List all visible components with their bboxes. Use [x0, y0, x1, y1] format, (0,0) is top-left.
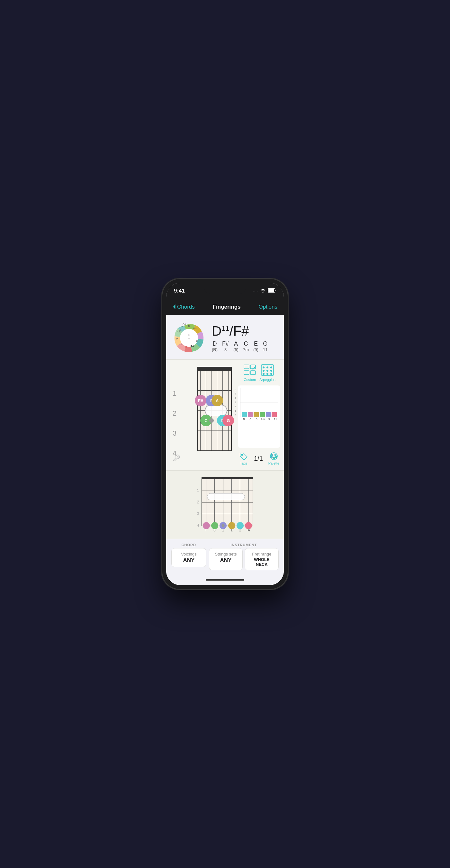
chord-info: D Eb E F F# G Ab A A# B C C# D m [166, 315, 284, 360]
svg-point-34 [275, 454, 276, 456]
svg-text:F: F [196, 340, 198, 343]
svg-point-23 [266, 367, 268, 368]
svg-text:G: G [185, 346, 187, 349]
svg-point-36 [275, 457, 277, 458]
nav-bar: Chords Fingerings Options [166, 299, 284, 315]
custom-button[interactable]: Custom [243, 364, 257, 381]
fret-range-button[interactable]: Fret range WHOLE NECK [245, 548, 279, 570]
back-label: Chords [177, 304, 195, 310]
svg-text:m: m [188, 338, 190, 341]
svg-rect-20 [250, 371, 256, 374]
bar-9 [266, 412, 271, 416]
svg-rect-1 [268, 289, 274, 292]
svg-point-35 [273, 458, 275, 459]
chord-section: CHORD Voicings ANY [171, 543, 206, 570]
custom-label: Custom [244, 378, 256, 381]
status-time: 9:41 [174, 288, 185, 294]
mini-a [228, 522, 235, 529]
guitar-neck: F# E A C D G [197, 367, 232, 451]
instrument-section: INSTRUMENT Strings sets ANY Fret range W… [209, 543, 279, 570]
svg-rect-19 [244, 371, 249, 374]
mute-dot [209, 418, 214, 423]
arpeggios-label: Arpeggios [259, 378, 276, 381]
tags-palette-row: Tags 1/1 Palette [238, 451, 280, 466]
guitar-diagram[interactable]: 1 2 3 4 [170, 364, 235, 466]
home-indicator [166, 574, 284, 585]
notch [204, 283, 246, 294]
mini-fsharp [203, 522, 210, 529]
bar-3 [248, 412, 253, 416]
bottom-controls: CHORD Voicings ANY INSTRUMENT Strings se… [166, 539, 284, 574]
svg-text:Ab: Ab [179, 343, 182, 346]
wrench-icon[interactable] [172, 454, 180, 463]
chord-name: D11/F# [212, 324, 279, 339]
svg-rect-17 [244, 365, 249, 369]
svg-text:E: E [197, 333, 199, 336]
svg-text:D: D [188, 333, 190, 337]
mini-c [211, 522, 218, 529]
nav-title: Fingerings [213, 304, 241, 310]
svg-point-31 [242, 454, 243, 456]
bar-7m [260, 412, 265, 416]
mini-neck: T 3 1 1 2 4 [201, 477, 253, 532]
status-icons: ···· [253, 288, 276, 294]
battery-icon [268, 288, 276, 294]
finger-g: G [222, 415, 234, 426]
svg-text:D: D [188, 325, 190, 328]
bar-11 [271, 412, 277, 416]
mini-diagram: 1 2 3 4 [197, 477, 253, 532]
svg-text:C: C [179, 328, 181, 332]
svg-point-24 [270, 367, 272, 368]
svg-point-22 [263, 367, 264, 368]
svg-text:C#: C# [183, 323, 186, 326]
finger-fsharp: F# [195, 395, 206, 406]
svg-point-28 [263, 373, 264, 375]
bar-R [242, 412, 247, 416]
bar-chart: 6 5 4 3 2 1 0 [238, 385, 280, 448]
mini-mute [222, 524, 225, 527]
svg-point-33 [271, 454, 273, 456]
mini-section: 1 2 3 4 [166, 471, 284, 539]
instrument-section-label: INSTRUMENT [209, 543, 279, 547]
icon-buttons: Custom [238, 364, 280, 381]
options-button[interactable]: Options [258, 304, 278, 310]
svg-point-25 [263, 370, 264, 372]
svg-text:A: A [176, 337, 178, 340]
right-panel: Custom [238, 364, 280, 466]
svg-point-37 [271, 457, 272, 458]
svg-point-29 [266, 373, 268, 375]
mini-fret-labels: 1 2 3 4 [197, 477, 199, 531]
signal-icon: ···· [253, 289, 258, 293]
wifi-icon [260, 288, 266, 294]
controls-layout: CHORD Voicings ANY INSTRUMENT Strings se… [171, 543, 279, 570]
svg-text:Eb: Eb [193, 327, 196, 330]
tags-button[interactable]: Tags [239, 452, 249, 465]
chord-notes: D (R) F# 3 A (5) C 7m [212, 340, 279, 352]
status-bar: 9:41 ···· [166, 283, 284, 299]
mini-d [236, 522, 244, 529]
circle-of-fifths[interactable]: D Eb E F F# G Ab A A# B C C# D m [171, 320, 207, 355]
fret-numbers: 1 2 3 4 [172, 383, 176, 463]
chord-section-label: CHORD [171, 543, 206, 547]
svg-point-26 [266, 370, 268, 372]
strings-sets-button[interactable]: Strings sets ANY [209, 548, 243, 570]
page-indicator: 1/1 [254, 455, 263, 462]
home-bar [206, 579, 244, 581]
finger-a: A [212, 395, 223, 406]
svg-point-27 [270, 370, 272, 372]
arpeggios-button[interactable]: Arpeggios [259, 364, 276, 381]
back-button[interactable]: Chords [172, 304, 195, 310]
mini-finger-labels: T 3 1 1 2 4 [201, 528, 253, 532]
svg-point-30 [270, 373, 272, 375]
palette-button[interactable]: Palette [268, 452, 279, 465]
svg-text:F#: F# [191, 345, 194, 348]
voicings-button[interactable]: Voicings ANY [171, 548, 206, 567]
fingering-section: 1 2 3 4 [166, 360, 284, 471]
bar-5 [254, 412, 259, 416]
mini-g [245, 522, 252, 529]
chord-details: D11/F# D (R) F# 3 A (5) [212, 324, 279, 352]
